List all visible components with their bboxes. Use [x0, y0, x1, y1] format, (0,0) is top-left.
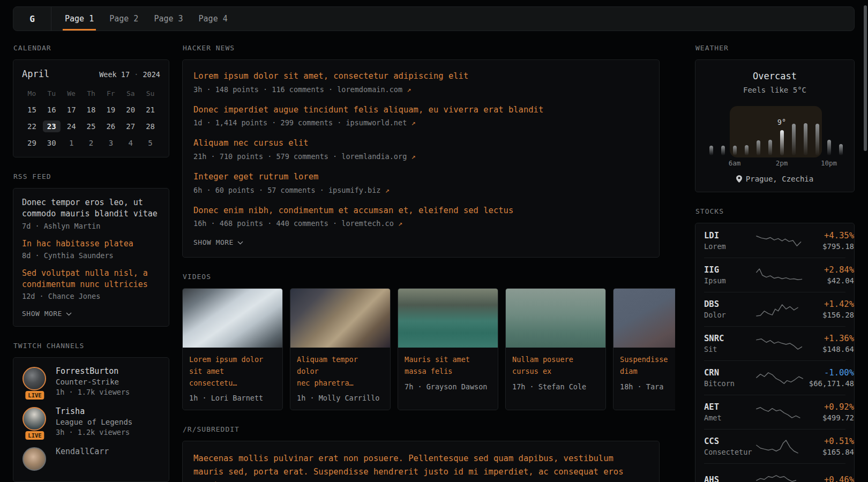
weather-widget: Overcast Feels like 5°C 9°6am2pm10pm Pra…: [695, 59, 855, 192]
weather-hour-label: 2pm: [776, 159, 788, 167]
tab-page-3[interactable]: Page 3: [152, 7, 185, 31]
scrollbar-thumb[interactable]: [864, 5, 867, 151]
video-title[interactable]: Lorem ipsum dolor sit amet consectetu…: [189, 354, 276, 389]
stock-id: IIG Ipsum: [704, 265, 755, 285]
hn-item: Aliquam nec cursus elit 21h · 710 points…: [193, 138, 648, 161]
stock-ticker: AET: [704, 402, 755, 412]
stock-change: +1.36%: [805, 334, 854, 343]
twitch-channel-row[interactable]: LIVE Trisha League of Legends 3h · 1.2k …: [22, 406, 160, 436]
tab-page-4[interactable]: Page 4: [197, 7, 230, 31]
calendar-weekday: Su: [140, 87, 160, 100]
external-link-icon[interactable]: ↗: [411, 118, 415, 127]
hackernews-widget: Lorem ipsum dolor sit amet, consectetur …: [182, 59, 660, 258]
external-link-icon[interactable]: ↗: [385, 186, 390, 194]
external-link-icon[interactable]: ↗: [407, 85, 411, 94]
calendar-day: 2: [81, 135, 101, 150]
app-logo[interactable]: G: [13, 7, 51, 31]
rss-widget: Donec tempor eros leo, ut commodo mauris…: [13, 188, 169, 327]
tab-page-1[interactable]: Page 1: [63, 7, 96, 31]
hn-item-title[interactable]: Integer eget rutrum lorem: [193, 171, 648, 183]
stock-sparkline: [755, 403, 805, 421]
calendar-day: 22: [22, 118, 42, 134]
calendar-day: 4: [121, 135, 140, 150]
live-badge: LIVE: [25, 431, 44, 440]
calendar-day: 23: [42, 118, 62, 134]
stock-name: Ipsum: [704, 276, 755, 285]
video-title[interactable]: Nullam posuere cursus ex: [512, 354, 599, 377]
calendar-weekday: We: [62, 87, 81, 100]
hn-show-more-button[interactable]: SHOW MORE: [193, 238, 648, 246]
hn-item-title[interactable]: Donec imperdiet augue tincidunt felis al…: [193, 104, 648, 116]
stock-name: Bitcorn: [704, 379, 755, 388]
weather-hour-bar: [839, 144, 843, 155]
external-link-icon[interactable]: ↗: [398, 219, 402, 228]
twitch-channel-row[interactable]: KendallCarr: [22, 447, 160, 471]
stock-sparkline: [755, 472, 805, 482]
calendar-day: 18: [81, 102, 101, 117]
video-body: Lorem ipsum dolor sit amet consectetu… 1…: [183, 348, 282, 410]
stock-sparkline: [755, 300, 805, 319]
stock-ticker: LDI: [704, 231, 755, 240]
rss-show-more-button[interactable]: SHOW MORE: [22, 310, 160, 318]
hn-item-meta: 16h · 468 points · 440 comments · loremt…: [193, 219, 648, 228]
weather-hour-bar: [827, 140, 831, 155]
twitch-channel-row[interactable]: LIVE ForrestBurton Counter-Strike 1h · 1…: [22, 366, 160, 396]
external-link-icon[interactable]: ↗: [411, 152, 415, 161]
video-card[interactable]: Lorem ipsum dolor sit amet consectetu… 1…: [182, 288, 283, 410]
weather-condition: Overcast: [704, 71, 845, 81]
stock-values: +1.42% $156.28: [805, 299, 854, 319]
video-meta: 18h · Tara: [620, 382, 675, 391]
rss-item-meta: 8d · Cynthia Saunders: [22, 251, 160, 260]
subreddit-post-title[interactable]: Maecenas mollis pulvinar erat non posuer…: [193, 452, 648, 482]
hn-item-title[interactable]: Donec enim nibh, condimentum et accumsan…: [193, 205, 648, 217]
middle-column: HACKER NEWS Lorem ipsum dolor sit amet, …: [182, 44, 660, 482]
stock-row: CCS Consectetur +0.51% $165.84: [704, 429, 845, 463]
rss-item-title[interactable]: Sed volutpat nulla nisl, a condimentum n…: [22, 268, 160, 291]
calendar-day: 19: [101, 102, 121, 117]
weather-hour-bar: [804, 123, 807, 155]
video-card[interactable]: Aliquam tempor dolor nec pharetra… 1h · …: [290, 288, 391, 410]
sparkline-chart: [755, 266, 805, 284]
stock-price: $499.72: [805, 413, 854, 422]
stock-row: IIG Ipsum +2.84% $42.04: [704, 258, 845, 292]
hn-item-meta-text: 1d · 1,414 points · 299 comments · ipsum…: [193, 118, 407, 127]
twitch-channel-name: ForrestBurton: [56, 366, 130, 376]
hn-item-title[interactable]: Aliquam nec cursus elit: [193, 138, 648, 149]
video-title[interactable]: Suspendisse diam: [620, 354, 675, 377]
stock-sparkline: [755, 369, 805, 387]
video-card[interactable]: Mauris sit amet massa felis 7h · Grayson…: [398, 288, 498, 410]
twitch-avatar-wrap: LIVE: [22, 366, 48, 396]
video-card[interactable]: Nullam posuere cursus ex 17h · Stefan Co…: [505, 288, 606, 410]
weather-hour-label: 10pm: [821, 159, 837, 167]
hn-item-title[interactable]: Lorem ipsum dolor sit amet, consectetur …: [193, 71, 648, 82]
calendar-day: 26: [101, 118, 121, 134]
video-thumbnail: [613, 289, 675, 348]
video-card[interactable]: Suspendisse diam 18h · Tara: [613, 288, 675, 410]
dashboard-page: G Page 1 Page 2 Page 3 Page 4 CALENDAR A…: [0, 0, 868, 482]
video-title[interactable]: Mauris sit amet massa felis: [405, 354, 491, 377]
stock-ticker: SNRC: [704, 334, 755, 343]
page-scrollbar: [864, 0, 867, 482]
rss-item-title[interactable]: In hac habitasse platea: [22, 238, 160, 250]
calendar-weekday: Sa: [121, 87, 140, 100]
weather-feels-like: Feels like 5°C: [704, 86, 845, 94]
stock-change: -1.00%: [805, 368, 854, 378]
twitch-channel-name: Trisha: [56, 406, 132, 416]
weather-section-label: WEATHER: [695, 44, 855, 52]
stock-sparkline: [755, 266, 805, 284]
tab-page-2[interactable]: Page 2: [107, 7, 140, 31]
calendar-week-year: Week 17 · 2024: [99, 70, 160, 79]
stock-row: LDI Lorem +4.35% $795.18: [704, 223, 845, 258]
calendar-day: 15: [22, 102, 42, 117]
rss-item-title[interactable]: Donec tempor eros leo, ut commodo mauris…: [22, 197, 160, 220]
top-nav: G Page 1 Page 2 Page 3 Page 4: [13, 6, 855, 31]
video-title[interactable]: Aliquam tempor dolor nec pharetra…: [297, 354, 384, 389]
videos-section-label: VIDEOS: [183, 273, 660, 281]
stock-id: CCS Consectetur: [704, 436, 755, 456]
weather-hour-bar: [815, 124, 819, 155]
stock-name: Dolor: [704, 311, 755, 319]
rss-item: Donec tempor eros leo, ut commodo mauris…: [22, 197, 160, 230]
weather-hour-bar: [780, 130, 784, 155]
twitch-channel-game: League of Legends: [56, 418, 132, 426]
stock-price: $148.64: [805, 345, 854, 353]
